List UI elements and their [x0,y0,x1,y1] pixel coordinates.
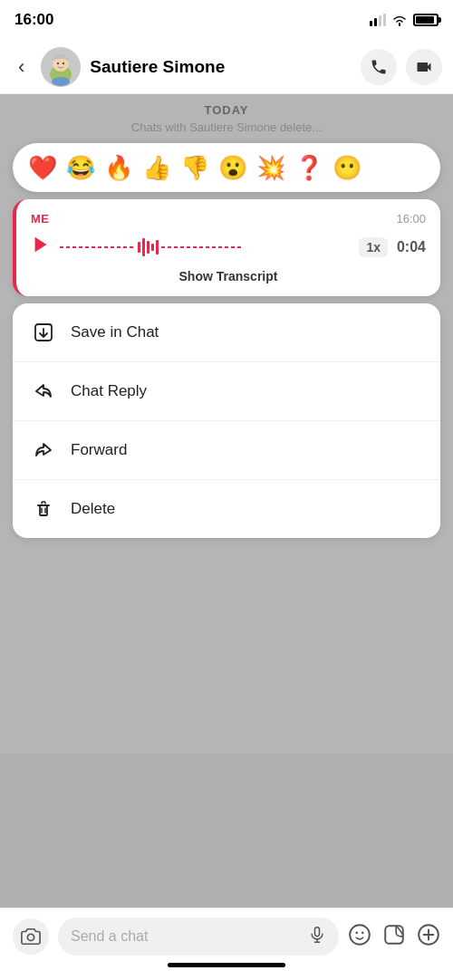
show-transcript-button[interactable]: Show Transcript [31,269,426,283]
svg-rect-2 [379,15,381,26]
chat-reply-item[interactable]: Chat Reply [13,362,440,421]
chats-note: Chats with Sautiere Simone delete... [0,120,453,134]
call-button[interactable] [361,49,397,85]
plus-button[interactable] [417,923,440,950]
sticker-icon [382,923,406,946]
video-icon [414,58,434,76]
svg-rect-13 [142,238,145,256]
camera-icon [21,927,41,946]
delete-item[interactable]: Delete [13,480,440,538]
forward-item[interactable]: Forward [13,421,440,480]
svg-rect-24 [315,927,320,937]
emoji-thumbsdown[interactable]: 👎 [178,150,212,185]
svg-rect-16 [156,240,159,255]
chat-input-row: Send a chat [13,918,440,956]
emoji-thumbsup[interactable]: 👍 [140,150,174,185]
voice-duration: 0:04 [397,239,426,255]
svg-rect-30 [385,926,403,944]
emoji-heart[interactable]: ❤️ [25,150,60,185]
save-icon [31,320,56,345]
waveform-svg [60,235,241,260]
svg-rect-3 [383,14,386,26]
back-button[interactable]: ‹ [11,52,32,82]
forward-icon [31,437,56,463]
emoji-button[interactable] [348,923,371,950]
header-actions [361,49,442,85]
camera-button[interactable] [13,918,49,955]
svg-rect-0 [370,21,372,26]
emoji-explosion[interactable]: 💥 [254,150,288,185]
contact-name: Sautiere Simone [90,57,352,77]
status-time: 16:00 [14,11,53,29]
sticker-button[interactable] [382,923,406,950]
audio-waveform [60,235,350,260]
microphone-icon [308,926,326,944]
gray-background [0,554,453,754]
emoji-blank[interactable]: 😶 [330,150,364,185]
wifi-icon [391,14,408,26]
play-button[interactable] [31,235,51,260]
contact-avatar[interactable] [41,47,81,87]
smiley-icon [348,923,371,946]
status-icons [370,14,439,26]
emoji-reaction-bar[interactable]: ❤️ 😂 🔥 👍 👎 😮 💥 ❓ 😶 [13,143,440,192]
signal-icon [370,14,386,26]
emoji-wow[interactable]: 😮 [216,150,250,185]
svg-point-23 [27,934,34,940]
svg-rect-14 [147,241,149,254]
chat-input-placeholder[interactable]: Send a chat [71,928,308,945]
svg-point-27 [350,925,370,945]
voice-card-header: ME 16:00 [31,212,426,226]
svg-point-28 [355,932,358,935]
svg-point-9 [52,77,70,86]
context-menu: Save in Chat Chat Reply Forward [13,303,440,538]
mic-button[interactable] [308,926,326,947]
voice-sender: ME [31,212,50,226]
svg-rect-12 [138,242,140,253]
emoji-question[interactable]: ❓ [292,150,326,185]
delete-label: Delete [71,500,115,518]
chat-reply-label: Chat Reply [71,382,147,400]
svg-marker-10 [35,237,47,253]
reply-icon [31,379,56,404]
delete-icon [31,496,56,522]
svg-point-29 [361,932,364,935]
avatar-image [41,47,81,87]
voice-time: 16:00 [396,212,426,226]
video-call-button[interactable] [406,49,442,85]
svg-point-8 [63,62,64,63]
home-indicator [168,963,285,967]
plus-icon [417,923,440,946]
date-label: TODAY [0,103,453,117]
save-in-chat-item[interactable]: Save in Chat [13,303,440,362]
chat-input-wrapper[interactable]: Send a chat [58,918,339,956]
status-bar: 16:00 [0,0,453,40]
bottom-actions [348,923,440,950]
emoji-laugh[interactable]: 😂 [63,150,98,185]
chat-header: ‹ Sautiere Simone [0,40,453,94]
svg-rect-15 [151,244,154,251]
speed-badge[interactable]: 1x [359,237,388,257]
svg-point-7 [57,62,59,63]
bottom-bar: Send a chat [0,908,453,980]
voice-message-card: ME 16:00 [13,199,440,296]
forward-label: Forward [71,441,127,459]
chat-area: TODAY Chats with Sautiere Simone delete.… [0,94,453,554]
svg-rect-1 [374,18,377,26]
battery-icon [413,14,439,26]
emoji-fire[interactable]: 🔥 [101,150,136,185]
phone-icon [370,58,388,76]
voice-controls: 1x 0:04 [31,235,426,260]
svg-rect-19 [40,505,47,515]
save-in-chat-label: Save in Chat [71,323,159,341]
play-icon [31,235,51,255]
